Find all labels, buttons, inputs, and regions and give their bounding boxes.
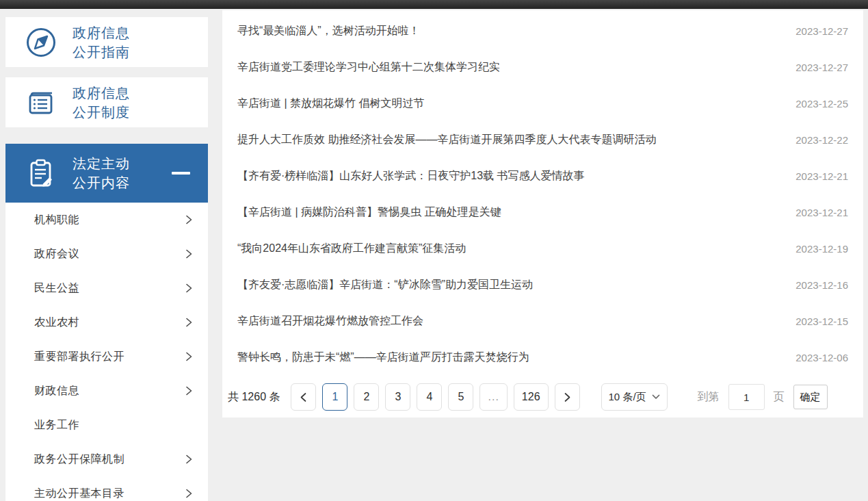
menu-item-label: 主动公开基本目录: [34, 487, 124, 501]
news-title-link[interactable]: 寻找“最美临淄人”，选树活动开始啦！: [237, 24, 420, 38]
page-button-3[interactable]: 3: [385, 383, 410, 411]
clipboard-pencil-icon: [25, 157, 57, 190]
sidebar-menu-item[interactable]: 机构职能: [5, 203, 208, 237]
chevron-right-icon: [185, 351, 193, 362]
goto-page-input[interactable]: [728, 384, 765, 410]
news-date: 2023-12-15: [795, 316, 848, 327]
page-buttons: 12345...126: [322, 383, 554, 411]
chevron-right-icon: [185, 454, 193, 465]
news-title-link[interactable]: 辛店街道党工委理论学习中心组第十二次集体学习纪实: [237, 60, 500, 75]
chevron-right-icon: [564, 392, 571, 402]
news-title-link[interactable]: 【辛店街道 | 病媒防治科普】警惕臭虫 正确处理是关键: [237, 205, 501, 220]
sidebar-menu-item[interactable]: 民生公益: [5, 271, 208, 305]
book-icon: [25, 86, 57, 119]
news-title-link[interactable]: 【齐友爱·志愿临淄】辛店街道：“铲冰除雪”助力爱国卫生运动: [237, 278, 533, 292]
news-title-link[interactable]: “我向2024年山东省政府工作建言献策”征集活动: [237, 242, 466, 256]
news-list-item[interactable]: “我向2024年山东省政府工作建言献策”征集活动2023-12-19: [237, 231, 848, 267]
news-list-item[interactable]: 辛店街道 | 禁放烟花爆竹 倡树文明过节2023-12-25: [237, 86, 848, 122]
chevron-right-icon: [185, 317, 193, 328]
sidebar-item-info-guide[interactable]: 政府信息 公开指南: [5, 17, 208, 67]
next-page-button[interactable]: [555, 383, 580, 411]
news-date: 2023-12-25: [795, 98, 848, 110]
chevron-down-icon: [652, 394, 660, 400]
news-date: 2023-12-06: [795, 352, 848, 363]
news-list-item[interactable]: 寻找“最美临淄人”，选树活动开始啦！2023-12-27: [237, 13, 848, 49]
sidebar-menu-item[interactable]: 业务工作: [5, 408, 208, 442]
total-count-label: 共 1260 条: [228, 390, 280, 404]
menu-item-label: 政府会议: [34, 247, 79, 261]
news-date: 2023-12-27: [795, 25, 848, 37]
news-panel: 寻找“最美临淄人”，选树活动开始啦！2023-12-27辛店街道党工委理论学习中…: [222, 10, 863, 418]
news-title-link[interactable]: 警钟长鸣，防患于未“燃”——辛店街道严厉打击露天焚烧行为: [237, 350, 529, 365]
news-list-item[interactable]: 【齐有爱·榜样临淄】山东好人张学武：日夜守护13载 书写感人爱情故事2023-1…: [237, 158, 848, 194]
news-list-item[interactable]: 警钟长鸣，防患于未“燃”——辛店街道严厉打击露天焚烧行为2023-12-06: [237, 339, 848, 376]
sidebar-menu: 机构职能政府会议民生公益农业农村重要部署执行公开财政信息业务工作政务公开保障机制…: [5, 203, 208, 501]
chevron-right-icon: [185, 488, 193, 499]
sidebar-menu-item[interactable]: 政务公开保障机制: [5, 442, 208, 476]
chevron-right-icon: [185, 283, 193, 294]
news-date: 2023-12-19: [795, 243, 848, 255]
sidebar-item-label: 法定主动 公开内容: [73, 154, 130, 192]
menu-item-label: 政务公开保障机制: [34, 452, 124, 467]
collapse-minus-icon[interactable]: [172, 172, 190, 175]
news-title-link[interactable]: 辛店街道 | 禁放烟花爆竹 倡树文明过节: [237, 97, 425, 111]
page-button-5[interactable]: 5: [448, 383, 473, 411]
news-list-item[interactable]: 提升人大工作质效 助推经济社会发展——辛店街道开展第四季度人大代表专题调研活动2…: [237, 122, 848, 158]
news-list-item[interactable]: 辛店街道召开烟花爆竹燃放管控工作会2023-12-15: [237, 303, 848, 339]
prev-page-button[interactable]: [291, 383, 316, 411]
menu-item-label: 机构职能: [34, 213, 79, 227]
news-list-item[interactable]: 【齐友爱·志愿临淄】辛店街道：“铲冰除雪”助力爱国卫生运动2023-12-16: [237, 267, 848, 303]
page-button-2[interactable]: 2: [354, 383, 379, 411]
chevron-right-icon: [185, 248, 193, 259]
top-bar: [0, 0, 868, 9]
page-size-label: 10 条/页: [609, 391, 646, 404]
sidebar-menu-item[interactable]: 政府会议: [5, 237, 208, 271]
menu-item-label: 民生公益: [34, 281, 79, 296]
news-list-item[interactable]: 辛店街道党工委理论学习中心组第十二次集体学习纪实2023-12-27: [237, 49, 848, 86]
chevron-left-icon: [300, 392, 307, 402]
compass-icon: [25, 26, 57, 59]
news-date: 2023-12-16: [795, 279, 848, 291]
pagination: 共 1260 条 12345...126 10 条/页 到第 页 确定: [228, 383, 848, 411]
sidebar-menu-item[interactable]: 主动公开基本目录: [5, 476, 208, 501]
news-list: 寻找“最美临淄人”，选树活动开始啦！2023-12-27辛店街道党工委理论学习中…: [237, 13, 848, 376]
sidebar-menu-item[interactable]: 农业农村: [5, 305, 208, 339]
page-button-4[interactable]: 4: [417, 383, 442, 411]
menu-item-label: 重要部署执行公开: [34, 350, 124, 364]
sidebar: 政府信息 公开指南 政府信息 公开制度: [5, 17, 208, 501]
news-title-link[interactable]: 提升人大工作质效 助推经济社会发展——辛店街道开展第四季度人大代表专题调研活动: [237, 133, 656, 147]
news-title-link[interactable]: 辛店街道召开烟花爆竹燃放管控工作会: [237, 314, 423, 329]
page-size-select[interactable]: 10 条/页: [601, 383, 668, 411]
chevron-right-icon: [185, 214, 193, 225]
news-date: 2023-12-22: [795, 134, 848, 146]
menu-item-label: 财政信息: [34, 384, 79, 398]
news-date: 2023-12-27: [795, 62, 848, 73]
news-title-link[interactable]: 【齐有爱·榜样临淄】山东好人张学武：日夜守护13载 书写感人爱情故事: [237, 169, 585, 183]
menu-item-label: 农业农村: [34, 316, 79, 330]
news-list-item[interactable]: 【辛店街道 | 病媒防治科普】警惕臭虫 正确处理是关键2023-12-21: [237, 194, 848, 231]
sidebar-item-statutory-disclosure[interactable]: 法定主动 公开内容: [5, 144, 208, 203]
sidebar-menu-item[interactable]: 财政信息: [5, 374, 208, 408]
goto-page-unit-label: 页: [774, 390, 785, 404]
page-button-1[interactable]: 1: [322, 383, 347, 411]
sidebar-item-label: 政府信息 公开制度: [73, 84, 130, 122]
goto-page-label: 到第: [698, 390, 720, 404]
news-date: 2023-12-21: [795, 170, 848, 182]
page-button-126[interactable]: 126: [514, 383, 549, 411]
sidebar-item-label: 政府信息 公开指南: [73, 23, 130, 62]
news-date: 2023-12-21: [795, 207, 848, 218]
confirm-button[interactable]: 确定: [793, 385, 828, 409]
menu-item-label: 业务工作: [34, 418, 79, 433]
sidebar-item-info-system[interactable]: 政府信息 公开制度: [5, 77, 208, 127]
page-ellipsis-button[interactable]: ...: [479, 383, 507, 411]
chevron-right-icon: [185, 385, 193, 396]
sidebar-menu-item[interactable]: 重要部署执行公开: [5, 339, 208, 374]
